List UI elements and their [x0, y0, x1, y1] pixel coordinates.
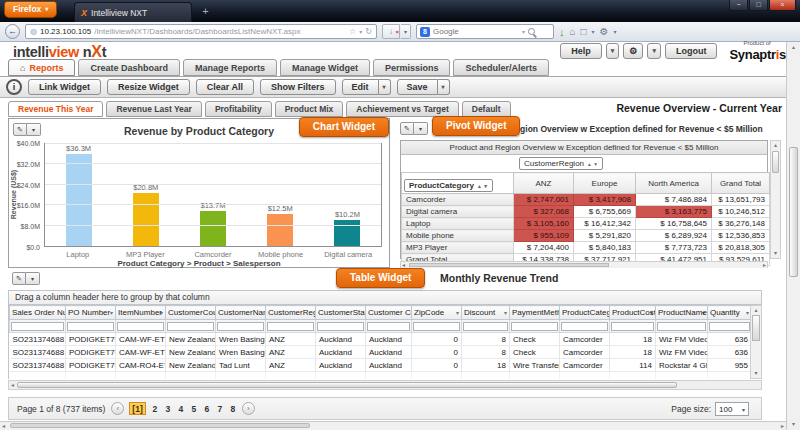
minimize-button[interactable]: −: [729, 0, 748, 11]
edit-pencil-icon[interactable]: ✎: [12, 272, 26, 285]
column-header-productcost[interactable]: ▾ProductCost: [610, 306, 656, 320]
column-header-itemnumber[interactable]: ▾ItemNumber: [116, 306, 166, 320]
close-button[interactable]: ×: [769, 0, 796, 11]
pager-prev-button[interactable]: ‹: [111, 402, 124, 415]
column-filter-input[interactable]: [117, 322, 164, 331]
column-filter-input[interactable]: [367, 322, 410, 331]
column-filter-input[interactable]: [657, 322, 706, 331]
scroll-left-icon[interactable]: ◂: [11, 382, 14, 389]
column-filter-input[interactable]: [167, 322, 214, 331]
table-row[interactable]: SO231374688PODIGKET70CAM-WF-ET70New Zeal…: [10, 346, 751, 359]
browser-tab[interactable]: X Intelliview NXT: [74, 2, 192, 22]
main-tab-manage-widget[interactable]: Manage Widget: [280, 59, 370, 76]
pager-page-8[interactable]: 8: [229, 404, 237, 414]
toolbar-button-edit[interactable]: Edit: [342, 79, 379, 95]
column-header-paymentmethod[interactable]: PaymentMethod: [510, 306, 560, 320]
table-row[interactable]: SO231374688PODIGKET70CAM-WF-ET70New Zeal…: [10, 333, 751, 346]
column-header-productcategory[interactable]: ProductCategory: [560, 306, 610, 320]
scroll-up-icon[interactable]: ▴: [771, 141, 780, 150]
help-button[interactable]: Help: [560, 43, 602, 59]
column-filter-input[interactable]: [511, 322, 558, 331]
filter-arrow-icon[interactable]: ▾: [456, 309, 459, 316]
column-header-customername[interactable]: CustomerName: [216, 306, 266, 320]
pivot-vertical-scrollbar[interactable]: ▴ ▾: [770, 140, 781, 259]
toolbar-button-clear-all[interactable]: Clear All: [196, 79, 254, 95]
sub-tab-revenue-last-year[interactable]: Revenue Last Year: [106, 101, 201, 117]
filter-arrow-icon[interactable]: ▾: [746, 309, 749, 316]
column-filter-input[interactable]: [463, 322, 508, 331]
column-header-productname[interactable]: ▾ProductName: [656, 306, 708, 320]
group-by-hint[interactable]: Drag a column header here to group by th…: [8, 290, 762, 305]
column-header-sales-order-number[interactable]: Sales Order Number: [10, 306, 66, 320]
column-filter-input[interactable]: [217, 322, 264, 331]
column-filter-input[interactable]: [709, 322, 750, 331]
toolbar-button-link-widget[interactable]: Link Widget: [28, 79, 101, 95]
column-filter-input[interactable]: [11, 322, 64, 331]
scrollbar-thumb[interactable]: [10, 423, 310, 428]
toolbar-button-resize-widget[interactable]: Resize Widget: [107, 79, 190, 95]
downloads-icon[interactable]: ↓: [559, 26, 565, 38]
settings-gear-button[interactable]: ⚙: [623, 43, 643, 59]
url-dropdown-icon[interactable]: ▾: [359, 28, 362, 35]
pivot-column-header-anz[interactable]: ANZ: [514, 173, 574, 194]
pivot-column-header-europe[interactable]: Europe: [574, 173, 636, 194]
sub-tab-product-mix[interactable]: Product Mix: [275, 101, 344, 117]
column-header-customerstate[interactable]: CustomerState: [316, 306, 366, 320]
scrollbar-thumb[interactable]: [772, 151, 779, 173]
new-tab-button[interactable]: +: [198, 5, 213, 18]
url-field[interactable]: ◍ 10.23.100.105 /IntelliviewNXT/Dashboar…: [25, 24, 377, 39]
pivot-column-header-north-america[interactable]: North America: [636, 173, 712, 194]
maximize-button[interactable]: □: [749, 0, 768, 11]
panels-dropdown-icon[interactable]: ▾: [592, 28, 595, 35]
column-filter-input[interactable]: [561, 322, 608, 331]
column-filter-input[interactable]: [611, 322, 654, 331]
scrollbar-thumb[interactable]: [409, 263, 609, 267]
toolbar-button-save-dropdown[interactable]: ▾: [438, 79, 450, 95]
page-vertical-scrollbar[interactable]: ▴ ▾: [786, 42, 800, 430]
sub-tab-profitability[interactable]: Profitability: [205, 101, 272, 117]
search-box[interactable]: 8 ▾: [416, 24, 554, 39]
grid-horizontal-scrollbar[interactable]: ◂: [8, 380, 762, 390]
filter-arrow-icon[interactable]: ▾: [110, 309, 113, 316]
pager-page-3[interactable]: 3: [164, 404, 172, 414]
grid-vertical-scrollbar[interactable]: ▴ ▾: [750, 305, 762, 379]
plugin-button[interactable]: ↓× ▾: [382, 24, 411, 39]
scroll-up-icon[interactable]: ▴: [787, 43, 800, 52]
settings-dropdown-button[interactable]: ▾: [647, 43, 661, 59]
panels-icon[interactable]: □: [581, 26, 587, 37]
bar-laptop[interactable]: [66, 154, 92, 246]
pager-page-1[interactable]: [1]: [129, 402, 145, 415]
plugin-dropdown-icon[interactable]: ▾: [401, 24, 411, 39]
column-filter-input[interactable]: [317, 322, 364, 331]
column-header-customercountry[interactable]: CustomerCountry: [166, 306, 216, 320]
sub-tab-achievement-vs-target[interactable]: Achievement vs Target: [346, 101, 458, 117]
back-button[interactable]: ←: [5, 24, 20, 39]
info-button[interactable]: i: [6, 79, 22, 95]
edit-dropdown-icon[interactable]: ▾: [26, 272, 40, 285]
toolbar-button-save[interactable]: Save: [397, 79, 438, 95]
edit-dropdown-icon[interactable]: ▾: [27, 123, 41, 136]
edit-dropdown-icon[interactable]: ▾: [414, 122, 428, 135]
tools-icon[interactable]: ⚙: [600, 26, 609, 37]
column-filter-input[interactable]: [413, 322, 460, 331]
scroll-left-icon[interactable]: ◂: [2, 423, 5, 430]
main-tab-manage-reports[interactable]: Manage Reports: [183, 59, 277, 76]
pager-page-2[interactable]: 2: [151, 404, 159, 414]
edit-pencil-icon[interactable]: ✎: [400, 122, 414, 135]
filter-arrow-icon[interactable]: ▾: [504, 309, 507, 316]
scrollbar-thumb[interactable]: [17, 382, 677, 388]
scroll-up-icon[interactable]: ▴: [751, 306, 761, 315]
main-tab-reports[interactable]: ⌂Reports: [8, 59, 75, 76]
home-icon[interactable]: ⌂: [570, 26, 576, 37]
firefox-menu-button[interactable]: Firefox ▾: [4, 1, 57, 18]
bar-mp3-player[interactable]: [133, 193, 159, 246]
main-tab-create-dashboard[interactable]: Create Dashboard: [78, 59, 180, 76]
edit-pencil-icon[interactable]: ✎: [13, 123, 27, 136]
sub-tab-revenue-this-year[interactable]: Revenue This Year: [8, 101, 103, 117]
toolbar-button-show-filters[interactable]: Show Filters: [260, 79, 336, 95]
bookmark-star-icon[interactable]: ☆: [349, 27, 356, 36]
sub-tab-default[interactable]: Default: [462, 101, 511, 117]
pivot-column-header-grand-total[interactable]: Grand Total: [712, 173, 770, 194]
reload-icon[interactable]: ↻: [365, 27, 372, 36]
bar-mobile-phone[interactable]: [267, 214, 293, 246]
